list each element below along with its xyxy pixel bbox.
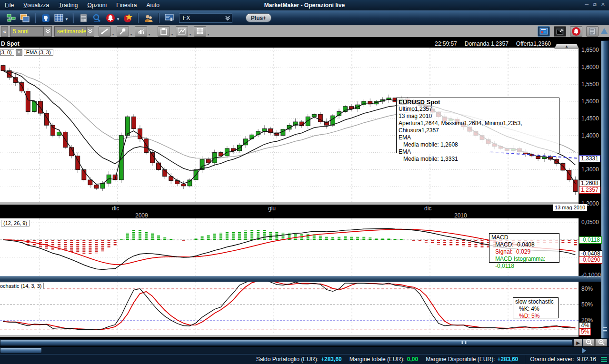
- marketmaker-app: FileVisualizzaTradingOpzioniFinestraAiut…: [0, 0, 609, 364]
- range-select[interactable]: 5 anni: [10, 26, 52, 37]
- zoom-in-button[interactable]: [595, 339, 607, 346]
- quote-board-icon: [539, 28, 548, 35]
- toolbar-separator: [35, 13, 36, 23]
- chart-flag-tool-button[interactable]: [176, 26, 188, 37]
- line-tool-button[interactable]: [99, 26, 111, 37]
- connection-status-icon: [601, 356, 607, 363]
- chart-flag-tool-dropdown[interactable]: ▾: [189, 26, 192, 37]
- quote-grid-button[interactable]: [53, 12, 65, 24]
- alerts-bell-button[interactable]: [104, 12, 117, 24]
- window-hscroll-thumb[interactable]: [0, 347, 42, 354]
- layout-windows-icon: [20, 14, 30, 22]
- chart-vscrollbar[interactable]: [601, 40, 609, 339]
- toolbar-scroll-button[interactable]: «: [1, 26, 8, 37]
- alerts-dropdown[interactable]: ▼: [116, 17, 120, 21]
- line-tool-dropdown[interactable]: ▾: [111, 26, 115, 37]
- ask-label: Offerta1,2360: [516, 40, 551, 47]
- tooltip-line: EMA: [399, 148, 556, 156]
- news-panel-button[interactable]: [586, 26, 599, 37]
- lock-button[interactable]: [40, 12, 52, 24]
- hscroll-thumb[interactable]: [0, 339, 573, 346]
- plus-button[interactable]: Plus+: [246, 13, 271, 22]
- chart-header: D Spot 22:59:57 Domanda 1,2357 Offerta1,…: [0, 40, 609, 48]
- bell-button[interactable]: [570, 26, 582, 37]
- news-button[interactable]: [78, 12, 90, 24]
- range-value: 5 anni: [13, 28, 29, 35]
- zoom-out-button[interactable]: [583, 339, 595, 346]
- news-panel-icon: [589, 28, 596, 35]
- ema2-legend-chip[interactable]: EMA (3, 3): [24, 49, 53, 56]
- tooltip-line: Media mobile: 1,2608: [399, 141, 556, 148]
- ema-legend-chip[interactable]: (3, 0): [0, 49, 14, 56]
- stochastic-panel[interactable]: [0, 282, 579, 337]
- vscroll-grip[interactable]: [603, 326, 607, 333]
- menu-item[interactable]: Trading: [54, 1, 82, 10]
- main-toolbar: ▼ ▼: [0, 10, 609, 25]
- stoch-axis-box: 5%: [579, 328, 591, 335]
- collapse-header-button[interactable]: ▲: [554, 44, 579, 49]
- clipboard-tool-dropdown[interactable]: ▾: [170, 26, 174, 37]
- macd-legend-chip[interactable]: (12, 26, 9): [1, 220, 30, 226]
- zoom-out-icon: [585, 339, 593, 346]
- macd-signal-value: Signal: -0,029: [491, 248, 556, 256]
- window-hscrollbar[interactable]: [0, 347, 609, 354]
- promo-button[interactable]: [121, 12, 134, 24]
- toolbar-right-icons: [536, 26, 599, 37]
- macd-axis-tick: 0,0500: [581, 219, 599, 226]
- quote-grid-icon: [54, 14, 64, 22]
- price-axis-tick: 1,5000: [581, 98, 599, 105]
- restore-icon[interactable]: ⧉: [593, 1, 597, 8]
- interval-value: settimanale: [57, 28, 86, 35]
- last-date-box: 13 mag 2010: [553, 204, 587, 211]
- pin-tool-dropdown[interactable]: ▾: [130, 26, 133, 37]
- price-axis-tick: 1,4500: [581, 115, 599, 122]
- chart-toolbar: « 5 anni settimanale ▾ ▾ ▾ ▾: [0, 25, 609, 37]
- hand-tool-dropdown[interactable]: ▾: [148, 26, 151, 37]
- chart-hscrollbar[interactable]: ▶: [0, 339, 609, 346]
- dock-triangle-icon[interactable]: [601, 28, 608, 34]
- interval-select[interactable]: settimanale: [54, 26, 94, 37]
- chevron-down-icon: [86, 27, 94, 36]
- menu-item[interactable]: Finestra: [111, 1, 141, 10]
- layout-windows-button[interactable]: [19, 12, 31, 24]
- pin-tool-button[interactable]: [117, 26, 129, 37]
- toolbar-separator: [138, 13, 139, 23]
- chart-flag-tool-icon: [178, 28, 186, 35]
- mini-chart-button[interactable]: [554, 26, 566, 37]
- menu-bar: FileVisualizzaTradingOpzioniFinestraAiut…: [0, 1, 164, 10]
- minimize-icon[interactable]: ─: [585, 1, 589, 8]
- macd-tooltip-title: MACD: [491, 234, 556, 241]
- price-axis-tick: 1,4000: [581, 132, 599, 139]
- stoch-axis-tick: 80%: [581, 285, 593, 292]
- hand-tool-icon: [137, 28, 145, 35]
- macd-axis-box: -0,0290: [579, 256, 602, 264]
- scroll-grip[interactable]: [461, 341, 467, 344]
- scroll-right-button[interactable]: ▶: [574, 339, 582, 346]
- menu-item[interactable]: Aiuto: [142, 1, 164, 10]
- stoch-legend-chip[interactable]: ochastic (14, 3, 3): [0, 283, 44, 289]
- menu-item[interactable]: File: [0, 1, 19, 10]
- scroll-arrow-icon[interactable]: [582, 348, 586, 354]
- stoch-k-value: %K: 4%: [515, 305, 555, 313]
- promo-icon: [123, 13, 132, 23]
- contacts-button[interactable]: [142, 12, 155, 24]
- quote-grid-dropdown[interactable]: ▼: [65, 17, 69, 21]
- menu-item[interactable]: Opzioni: [82, 1, 111, 10]
- quote-board-button[interactable]: [538, 26, 550, 37]
- toolbar-separator: [73, 13, 74, 23]
- price-axis-box: 1,2608: [579, 180, 600, 187]
- monitor-button[interactable]: [163, 12, 176, 24]
- hand-tool-button[interactable]: [135, 26, 147, 37]
- monitor-icon: [165, 14, 174, 22]
- workspace-tree-button[interactable]: [5, 12, 18, 24]
- clipboard-tool-button[interactable]: [158, 26, 170, 37]
- panel-splitter[interactable]: [0, 276, 609, 282]
- menu-item[interactable]: Visualizza: [19, 1, 54, 10]
- analysis-button[interactable]: [91, 12, 103, 24]
- window-title: MarketMaker - Operazioni live: [264, 2, 345, 9]
- table-tool-button[interactable]: [194, 26, 206, 37]
- legend-close-icon[interactable]: ✕: [16, 49, 22, 56]
- table-tool-dropdown[interactable]: ▾: [207, 26, 210, 37]
- instrument-group-select[interactable]: FX: [179, 13, 232, 23]
- close-icon[interactable]: ✕: [601, 1, 605, 8]
